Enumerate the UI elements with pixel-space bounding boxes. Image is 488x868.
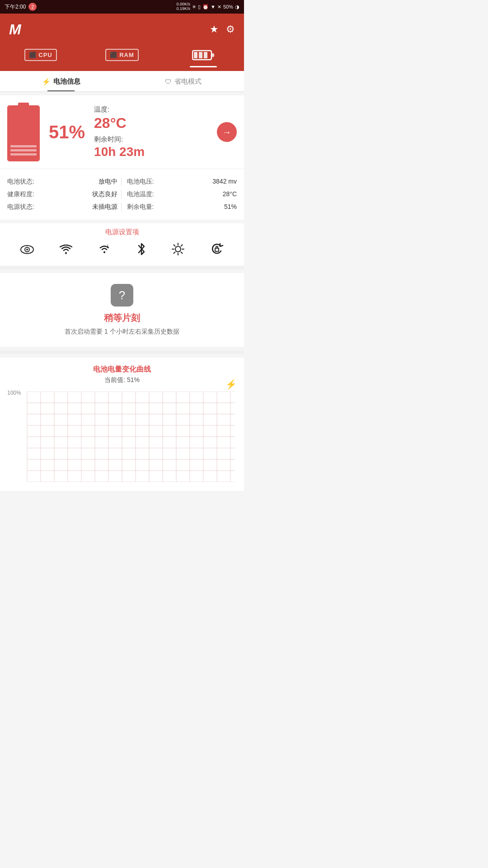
battery-overview: 51% 温度: 28°C 剩余时间: 10h 23m →: [0, 95, 244, 169]
svg-line-18: [181, 245, 182, 246]
eye-icon[interactable]: [20, 244, 34, 258]
battery-percent: 51%: [49, 122, 85, 142]
info-row-1: 电池状态: 放电中 电池电压: 3842 mv: [7, 175, 237, 188]
shield-icon: 🛡: [165, 78, 172, 85]
ram-tab-icon: ⬛RAM: [105, 49, 139, 61]
chart-current-label: 当前值:: [104, 376, 125, 383]
battery-visual: [7, 103, 40, 161]
status-time: 下午2:00: [5, 3, 26, 11]
settings-button[interactable]: ⚙: [226, 24, 235, 35]
svg-line-16: [174, 245, 175, 246]
status-network: 0.00K/s 0.19K/s: [177, 2, 191, 11]
tab-battery[interactable]: [163, 49, 244, 71]
battery-lines: [10, 145, 37, 157]
status-value: 放电中: [99, 178, 117, 186]
header-actions: ★ ⚙: [210, 24, 235, 35]
power-label: 电源状态:: [7, 203, 34, 211]
chart-container: 100% ⚡: [7, 390, 237, 484]
svg-point-11: [175, 246, 181, 252]
power-value: 未插电源: [92, 203, 117, 211]
tab-cpu[interactable]: ⬛CPU: [0, 49, 81, 71]
svg-point-9: [103, 251, 105, 253]
wifi-icon: ▼: [211, 4, 216, 9]
temp-label: 温度:: [94, 105, 208, 114]
signal-icon: ✕: [217, 4, 221, 10]
chart-title: 电池电量变化曲线: [7, 365, 237, 374]
wifi-info-icon[interactable]: i: [98, 244, 111, 258]
battery-chart-svg: [7, 392, 237, 482]
battery-main-card: 51% 温度: 28°C 剩余时间: 10h 23m →: [0, 95, 244, 169]
waiting-title: 稍等片刻: [7, 312, 237, 324]
remain-value: 51%: [224, 203, 237, 211]
power-settings-title[interactable]: 电源设置项: [7, 228, 237, 236]
section-divider-1: [0, 266, 244, 269]
cpu-tab-label: CPU: [38, 52, 52, 58]
svg-rect-1: [212, 53, 214, 57]
sub-tab-bar: ⚡ 电池信息 🛡 省电模式: [0, 71, 244, 92]
chart-current-value: 51%: [127, 376, 140, 383]
bluetooth-icon[interactable]: [137, 243, 146, 259]
health-value: 状态良好: [92, 190, 117, 198]
sub-tab-battery-info[interactable]: ⚡ 电池信息: [0, 71, 122, 90]
time-label: 剩余时间:: [94, 135, 208, 144]
voltage-label: 电池电压:: [127, 178, 154, 186]
question-icon: ?: [111, 284, 133, 307]
bat-temp-label: 电池温度:: [127, 190, 154, 198]
status-notification: 2: [28, 3, 37, 11]
health-label: 健康程度:: [7, 190, 34, 198]
battery-fill: [9, 107, 38, 160]
section-divider-2: [0, 350, 244, 354]
sub-tab-power-save[interactable]: 🛡 省电模式: [122, 71, 244, 90]
battery-info-grid: 电池状态: 放电中 电池电压: 3842 mv 健康程度: 状态良好 电池温度:…: [0, 169, 244, 220]
remain-label: 剩余电量:: [127, 203, 154, 211]
svg-rect-2: [194, 52, 197, 58]
wifi-solid-icon[interactable]: [60, 244, 72, 258]
info-row-3: 电源状态: 未插电源 剩余电量: 51%: [7, 201, 237, 213]
temp-value: 28°C: [94, 115, 208, 132]
app-header: M ★ ⚙: [0, 14, 244, 45]
tab-ram[interactable]: ⬛RAM: [81, 49, 163, 71]
chart-current: 当前值: 51%: [7, 376, 237, 384]
svg-line-17: [181, 252, 182, 254]
info-col-left-3: 电源状态: 未插电源: [7, 203, 121, 211]
detail-button[interactable]: →: [217, 122, 237, 142]
svg-point-8: [65, 252, 67, 254]
status-left: 下午2:00 2: [5, 3, 37, 11]
bluetooth-icon: ✳: [192, 4, 196, 10]
rotate-lock-icon[interactable]: [210, 243, 224, 259]
ram-tab-label: RAM: [119, 52, 134, 58]
battery-icon: ◑: [235, 4, 239, 10]
info-col-right-1: 电池电压: 3842 mv: [121, 178, 237, 186]
cpu-tab-icon: ⬛CPU: [24, 49, 56, 61]
info-col-left-1: 电池状态: 放电中: [7, 178, 121, 186]
svg-text:i: i: [107, 244, 108, 249]
svg-point-7: [26, 249, 28, 250]
bookmark-button[interactable]: ★: [210, 24, 219, 35]
power-icons-row: i: [7, 243, 237, 259]
info-col-right-3: 剩余电量: 51%: [121, 203, 237, 211]
chart-card: 电池电量变化曲线 当前值: 51% 100% ⚡: [0, 358, 244, 491]
battery-info-right: 温度: 28°C 剩余时间: 10h 23m: [94, 105, 208, 159]
battery-status: 50%: [223, 4, 233, 9]
brightness-icon[interactable]: [172, 243, 184, 259]
svg-rect-20: [215, 248, 219, 251]
vibrate-icon: ▯: [198, 4, 201, 10]
battery-tab-icon: [192, 49, 215, 63]
app-logo: M: [9, 21, 21, 38]
network-down: 0.19K/s: [177, 7, 191, 11]
waiting-card: ? 稍等片刻 首次启动需要 1 个小时左右采集历史数据: [0, 273, 244, 347]
waiting-desc: 首次启动需要 1 个小时左右采集历史数据: [7, 328, 237, 336]
voltage-value: 3842 mv: [212, 178, 237, 186]
bat-temp-value: 28°C: [223, 190, 237, 198]
info-col-left-2: 健康程度: 状态良好: [7, 190, 121, 198]
svg-line-19: [174, 252, 175, 254]
status-label: 电池状态:: [7, 178, 34, 186]
y-axis-label: 100%: [7, 390, 21, 396]
sub-tab-power-save-label: 省电模式: [174, 77, 202, 86]
alarm-icon: ⏰: [202, 4, 209, 10]
charging-icon: ⚡: [225, 379, 237, 390]
battery-icon-small: ⚡: [42, 78, 51, 86]
svg-rect-4: [204, 52, 207, 58]
info-col-right-2: 电池温度: 28°C: [121, 190, 237, 198]
status-bar: 下午2:00 2 0.00K/s 0.19K/s ✳ ▯ ⏰ ▼ ✕ 50% ◑: [0, 0, 244, 14]
